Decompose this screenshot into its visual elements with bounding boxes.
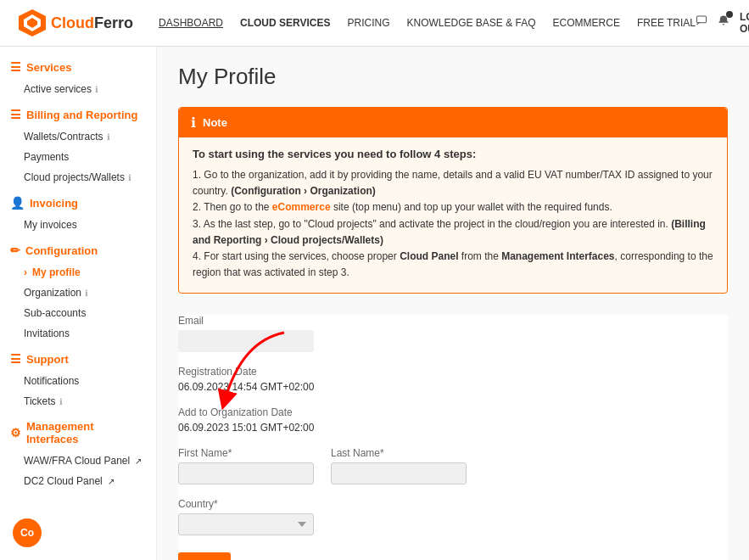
ecommerce-link[interactable]: eCommerce: [272, 201, 331, 213]
sidebar-billing-title[interactable]: ☰ Billing and Reporting: [0, 103, 156, 126]
nav-free-trial[interactable]: FREE TRIAL: [637, 17, 696, 29]
country-select[interactable]: [178, 513, 314, 535]
last-name-label: Last Name*: [331, 447, 467, 459]
info-icon-tickets: ℹ: [59, 397, 63, 406]
name-fields-row: First Name* Last Name*: [178, 447, 728, 484]
sidebar-item-dc2[interactable]: DC2 Cloud Panel ↗: [0, 471, 156, 491]
sidebar-item-organization[interactable]: Organization ℹ: [0, 283, 156, 303]
sidebar-item-sub-accounts[interactable]: Sub-accounts: [0, 303, 156, 323]
sidebar-item-waw-fra[interactable]: WAW/FRA Cloud Panel ↗: [0, 451, 156, 471]
layout: ☰ Services Active services ℹ ☰ Billing a…: [0, 47, 749, 560]
edit-button-row: Edit: [178, 549, 728, 560]
profile-form: Email Registration Date 06.09.2023 14:54…: [178, 315, 728, 560]
sidebar-item-cloud-projects[interactable]: Cloud projects/Wallets ℹ: [0, 167, 156, 188]
sidebar-item-my-invoices[interactable]: My invoices: [0, 215, 156, 235]
billing-icon: ☰: [10, 108, 21, 121]
last-name-input[interactable]: [331, 462, 467, 484]
invoicing-icon: 👤: [10, 196, 25, 210]
main-nav: DASHBOARD CLOUD SERVICES PRICING KNOWLED…: [159, 17, 696, 29]
email-row: Email: [178, 315, 728, 352]
logout-button[interactable]: LOG OUT: [740, 11, 749, 35]
sidebar-section-configuration: ✏ Configuration › My profile Organizatio…: [0, 238, 156, 344]
page-title: My Profile: [178, 64, 728, 90]
sidebar-management-title[interactable]: ⚙ Management Interfaces: [0, 415, 156, 451]
first-name-label: First Name*: [178, 447, 314, 459]
sidebar-item-active-services[interactable]: Active services ℹ: [0, 79, 156, 99]
sidebar-section-billing: ☰ Billing and Reporting Wallets/Contract…: [0, 103, 156, 188]
country-label: Country*: [178, 498, 728, 510]
note-header-text: Note: [203, 116, 227, 129]
chat-bubble[interactable]: Co: [13, 518, 42, 547]
registration-date-label: Registration Date: [178, 366, 728, 378]
services-icon: ☰: [10, 60, 21, 74]
email-label: Email: [178, 315, 728, 327]
first-name-input[interactable]: [178, 462, 314, 484]
sidebar-configuration-title[interactable]: ✏ Configuration: [0, 238, 156, 262]
header-right: LOG OUT EN: [696, 11, 749, 35]
chat-icon[interactable]: [696, 14, 707, 31]
sidebar-services-title[interactable]: ☰ Services: [0, 55, 156, 79]
info-icon-org: ℹ: [85, 288, 88, 298]
first-name-col: First Name*: [178, 447, 314, 484]
sidebar: ☰ Services Active services ℹ ☰ Billing a…: [0, 47, 157, 560]
nav-knowledge-base[interactable]: KNOWLEDGE BASE & FAQ: [407, 17, 536, 29]
registration-date-value: 06.09.2023 14:54 GMT+02:00: [178, 381, 728, 393]
note-header: ℹ Note: [179, 108, 727, 137]
info-icon-wallets: ℹ: [107, 132, 110, 142]
management-icon: ⚙: [10, 426, 21, 440]
edit-button[interactable]: Edit: [178, 552, 231, 560]
note-box: ℹ Note To start using the services you n…: [178, 107, 728, 294]
note-intro: To start using the services you need to …: [193, 148, 713, 160]
sidebar-item-wallets[interactable]: Wallets/Contracts ℹ: [0, 126, 156, 147]
add-to-org-value: 06.09.2023 15:01 GMT+02:00: [178, 422, 728, 434]
nav-ecommerce[interactable]: ECOMMERCE: [553, 17, 620, 29]
support-icon: ☰: [10, 352, 21, 366]
sidebar-item-payments[interactable]: Payments: [0, 147, 156, 167]
nav-pricing[interactable]: PRICING: [348, 17, 390, 29]
sidebar-item-notifications[interactable]: Notifications: [0, 371, 156, 391]
nav-dashboard[interactable]: DASHBOARD: [159, 17, 223, 29]
sidebar-section-management: ⚙ Management Interfaces WAW/FRA Cloud Pa…: [0, 415, 156, 491]
logo[interactable]: CloudFerro: [17, 8, 133, 38]
country-row: Country*: [178, 498, 728, 535]
note-body: 1. Go to the organization, add it by pro…: [193, 167, 713, 281]
note-info-icon: ℹ: [191, 115, 196, 131]
sidebar-invoicing-title[interactable]: 👤 Invoicing: [0, 191, 156, 215]
sidebar-item-my-profile[interactable]: › My profile: [0, 262, 156, 283]
last-name-col: Last Name*: [331, 447, 467, 484]
header: CloudFerro DASHBOARD CLOUD SERVICES PRIC…: [0, 0, 749, 47]
sidebar-support-title[interactable]: ☰ Support: [0, 347, 156, 371]
external-link-icon: ↗: [135, 456, 142, 466]
sidebar-section-services: ☰ Services Active services ℹ: [0, 55, 156, 99]
sidebar-section-support: ☰ Support Notifications Tickets ℹ: [0, 347, 156, 412]
configuration-icon: ✏: [10, 244, 20, 257]
add-to-org-row: Add to Organization Date 06.09.2023 15:0…: [178, 406, 728, 434]
sidebar-item-invitations[interactable]: Invitations: [0, 323, 156, 344]
external-link-icon-2: ↗: [108, 477, 115, 486]
nav-cloud-services[interactable]: CLOUD SERVICES: [240, 17, 330, 29]
svg-rect-3: [696, 16, 706, 23]
sidebar-item-tickets[interactable]: Tickets ℹ: [0, 391, 156, 412]
registration-date-row: Registration Date 06.09.2023 14:54 GMT+0…: [178, 366, 728, 393]
info-icon-cloud-projects: ℹ: [128, 173, 131, 182]
notification-badge: [726, 11, 733, 18]
logo-text: CloudFerro: [51, 14, 133, 32]
notifications-icon[interactable]: [718, 14, 729, 31]
main-content: My Profile ℹ Note To start using the ser…: [157, 47, 749, 560]
add-to-org-label: Add to Organization Date: [178, 406, 728, 418]
info-icon: ℹ: [95, 85, 98, 94]
email-value: [178, 330, 314, 352]
sidebar-section-invoicing: 👤 Invoicing My invoices: [0, 191, 156, 235]
